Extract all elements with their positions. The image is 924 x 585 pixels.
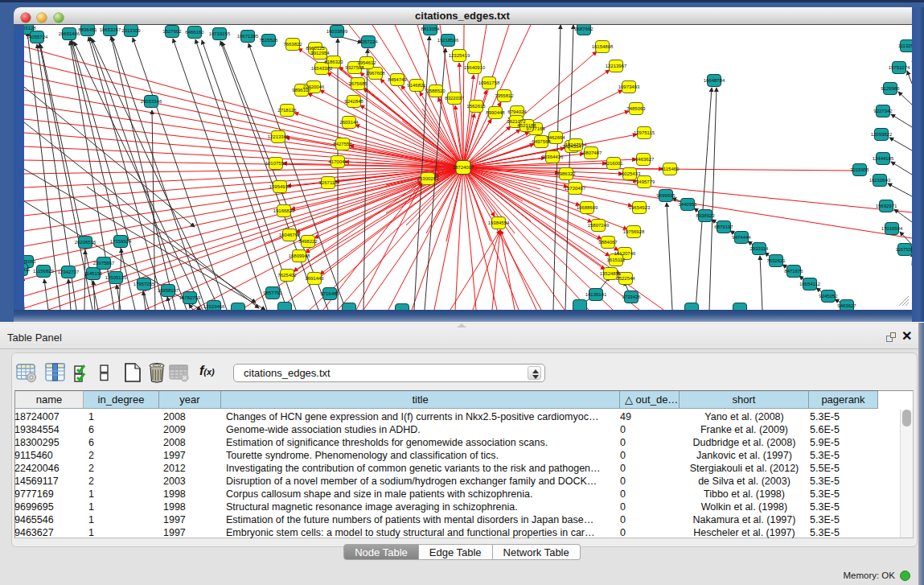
svg-text:1733426: 1733426 xyxy=(622,295,641,299)
svg-text:26206536: 26206536 xyxy=(75,240,97,245)
svg-text:5716485: 5716485 xyxy=(320,291,339,296)
svg-text:16210643: 16210643 xyxy=(869,178,891,183)
svg-text:8836451: 8836451 xyxy=(78,27,97,32)
svg-text:7935061: 7935061 xyxy=(24,259,36,264)
svg-text:12093822: 12093822 xyxy=(871,132,893,137)
svg-text:15692971: 15692971 xyxy=(876,204,897,208)
svg-text:9129966: 9129966 xyxy=(881,86,900,91)
svg-text:10958107: 10958107 xyxy=(158,288,179,293)
svg-text:8186323: 8186323 xyxy=(324,60,343,64)
svg-text:10107553: 10107553 xyxy=(265,161,287,166)
svg-text:9245052: 9245052 xyxy=(819,294,838,299)
svg-text:3215955: 3215955 xyxy=(850,167,869,172)
svg-text:16033809: 16033809 xyxy=(326,29,348,34)
svg-text:9327508: 9327508 xyxy=(345,65,364,70)
svg-text:10671385: 10671385 xyxy=(237,34,259,39)
svg-text:12323466: 12323466 xyxy=(203,304,225,309)
svg-text:16046798: 16046798 xyxy=(279,233,301,237)
svg-text:9242848: 9242848 xyxy=(344,99,363,104)
svg-text:2933114: 2933114 xyxy=(750,246,770,251)
svg-text:7625402: 7625402 xyxy=(277,273,297,278)
svg-text:13495779: 13495779 xyxy=(634,179,655,184)
svg-text:10807487: 10807487 xyxy=(581,150,602,155)
svg-text:25300283: 25300283 xyxy=(417,176,439,181)
svg-text:12505135: 12505135 xyxy=(105,275,127,280)
svg-text:3915411: 3915411 xyxy=(24,267,31,272)
svg-text:6497568: 6497568 xyxy=(532,139,551,144)
svg-text:8454749: 8454749 xyxy=(388,77,407,82)
svg-text:4523188: 4523188 xyxy=(517,123,536,128)
svg-text:19756928: 19756928 xyxy=(623,229,645,234)
svg-text:12213369: 12213369 xyxy=(268,134,290,139)
svg-text:10654112: 10654112 xyxy=(799,282,821,286)
svg-text:1527602: 1527602 xyxy=(162,29,182,34)
svg-text:1167533: 1167533 xyxy=(896,247,912,252)
svg-text:18247554: 18247554 xyxy=(565,142,587,147)
svg-text:1588520: 1588520 xyxy=(426,89,446,93)
svg-text:9857791: 9857791 xyxy=(263,290,282,295)
svg-text:1615112: 1615112 xyxy=(607,257,626,262)
svg-text:1145191: 1145191 xyxy=(84,271,104,276)
svg-text:8322037: 8322037 xyxy=(445,96,464,101)
svg-text:14136141: 14136141 xyxy=(585,292,607,297)
svg-text:1440951: 1440951 xyxy=(678,202,697,207)
svg-text:10025433: 10025433 xyxy=(619,171,641,176)
svg-text:1954612: 1954612 xyxy=(357,60,376,65)
svg-text:9115460: 9115460 xyxy=(661,167,680,171)
svg-text:9896107: 9896107 xyxy=(292,88,311,93)
svg-text:6466160: 6466160 xyxy=(185,30,204,35)
svg-text:19218506: 19218506 xyxy=(437,38,459,43)
svg-text:2967608: 2967608 xyxy=(366,71,385,76)
svg-text:2522544: 2522544 xyxy=(616,276,635,281)
svg-text:5498222: 5498222 xyxy=(298,239,318,244)
svg-text:19384554: 19384554 xyxy=(488,220,510,225)
svg-text:8990448: 8990448 xyxy=(486,110,505,115)
svg-text:19654923: 19654923 xyxy=(629,205,651,210)
svg-text:15640910: 15640910 xyxy=(464,65,486,70)
svg-text:16648784: 16648784 xyxy=(704,78,725,83)
svg-text:9227342: 9227342 xyxy=(873,109,893,113)
svg-text:16154808: 16154808 xyxy=(592,44,614,49)
svg-text:17016504: 17016504 xyxy=(881,226,903,231)
svg-text:8427552: 8427552 xyxy=(333,142,352,146)
svg-text:15807249: 15807249 xyxy=(588,223,610,228)
svg-text:1691443: 1691443 xyxy=(305,276,324,281)
svg-text:6879197: 6879197 xyxy=(714,225,733,229)
svg-text:10719155: 10719155 xyxy=(209,31,231,36)
svg-text:10688609: 10688609 xyxy=(577,205,598,210)
svg-text:7986322: 7986322 xyxy=(556,171,576,176)
svg-text:8813054: 8813054 xyxy=(421,27,440,31)
svg-text:12444185: 12444185 xyxy=(873,156,894,161)
svg-text:7632621: 7632621 xyxy=(766,258,786,263)
svg-text:6216001: 6216001 xyxy=(604,161,623,166)
svg-text:7357224: 7357224 xyxy=(359,39,378,44)
svg-text:1562615: 1562615 xyxy=(466,104,486,109)
svg-text:10961758: 10961758 xyxy=(478,80,500,85)
svg-text:18724007: 18724007 xyxy=(453,165,474,170)
svg-text:14055724: 14055724 xyxy=(27,35,48,39)
svg-text:15751074: 15751074 xyxy=(889,65,910,70)
svg-text:7955812: 7955812 xyxy=(495,93,514,98)
svg-text:2313309: 2313309 xyxy=(121,28,141,33)
svg-text:19166829: 19166829 xyxy=(273,208,295,213)
svg-text:16782759: 16782759 xyxy=(179,295,201,300)
svg-text:15720407: 15720407 xyxy=(565,186,586,191)
svg-text:11156829: 11156829 xyxy=(33,269,54,274)
svg-text:9146821: 9146821 xyxy=(407,83,426,88)
svg-text:10973493: 10973493 xyxy=(618,84,640,89)
svg-text:20364436: 20364436 xyxy=(542,154,564,159)
svg-text:10653267: 10653267 xyxy=(100,27,121,32)
svg-text:12213967: 12213967 xyxy=(606,64,627,68)
svg-text:16809948: 16809948 xyxy=(289,253,310,258)
svg-text:2687662: 2687662 xyxy=(574,27,593,31)
svg-text:12342737: 12342737 xyxy=(58,270,80,274)
svg-text:2718126: 2718126 xyxy=(277,108,297,113)
svg-text:3912954: 3912954 xyxy=(310,51,330,56)
svg-text:29053346: 29053346 xyxy=(141,99,162,104)
svg-text:8938923: 8938923 xyxy=(696,213,715,218)
svg-text:7515526: 7515526 xyxy=(259,38,278,43)
svg-text:17957255: 17957255 xyxy=(133,282,155,286)
svg-text:19463627: 19463627 xyxy=(633,157,655,162)
svg-text:6794024: 6794024 xyxy=(507,109,527,114)
svg-text:1113254: 1113254 xyxy=(898,43,912,48)
